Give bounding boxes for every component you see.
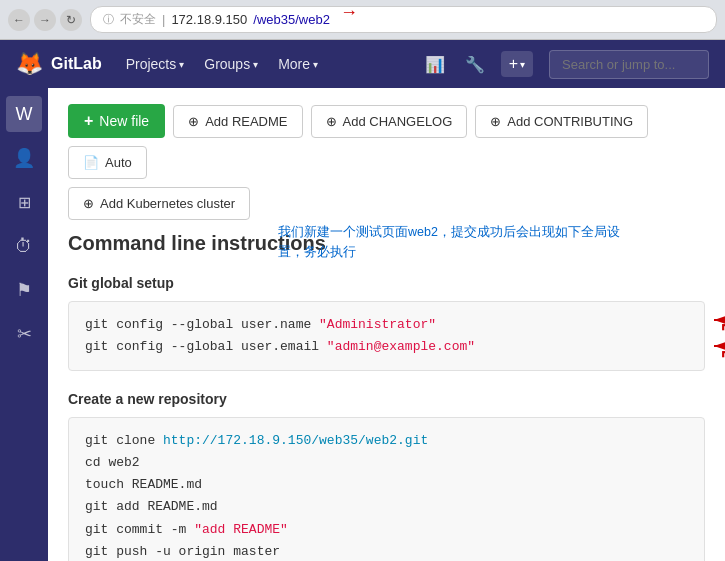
gitlab-header: 🦊 GitLab Projects ▾ Groups ▾ More ▾ 📊 🔧 … (0, 40, 725, 88)
auto-icon: 📄 (83, 155, 99, 170)
create-new-repo-code-block: git clone http://172.18.9.150/web35/web2… (68, 417, 705, 561)
auto-label: Auto (105, 155, 132, 170)
git-global-code-block: git config --global user.name "Administr… (68, 301, 705, 371)
search-input[interactable] (549, 50, 709, 79)
chart-icon[interactable]: 📊 (421, 51, 449, 78)
nav-projects-label: Projects (126, 56, 177, 72)
git-push-line: git push -u origin master (85, 541, 688, 561)
plus-button[interactable]: + ▾ (501, 51, 533, 77)
add-contributing-icon: ⊕ (490, 114, 501, 129)
add-changelog-button[interactable]: ⊕ Add CHANGELOG (311, 105, 468, 138)
auto-button[interactable]: 📄 Auto (68, 146, 147, 179)
git-global-setup-heading: Git global setup (68, 275, 705, 291)
touch-readme-line: touch README.md (85, 474, 688, 496)
nav-groups-label: Groups (204, 56, 250, 72)
header-nav: Projects ▾ Groups ▾ More ▾ (118, 52, 326, 76)
git-add-line: git add README.md (85, 496, 688, 518)
refresh-button[interactable]: ↻ (60, 9, 82, 31)
sidebar-icon-flag[interactable]: ⚑ (6, 272, 42, 308)
url-arrow: → (340, 2, 358, 23)
new-file-plus-icon: + (84, 112, 93, 130)
projects-chevron-icon: ▾ (179, 59, 184, 70)
sidebar-icon-clock[interactable]: ⏱ (6, 228, 42, 264)
gitlab-logo[interactable]: 🦊 GitLab (16, 51, 102, 77)
arrows-svg (709, 306, 725, 366)
cli-section: 我们新建一个测试页面web2，提交成功后会出现如下全局设置，务必执行 Comma… (48, 232, 725, 561)
sidebar-icon-w[interactable]: W (6, 96, 42, 132)
add-kubernetes-label: Add Kubernetes cluster (100, 196, 235, 211)
add-contributing-label: Add CONTRIBUTING (507, 114, 633, 129)
header-icons: 📊 🔧 + ▾ (421, 51, 533, 78)
lock-icon: ⓘ (103, 12, 114, 27)
insecure-label: 不安全 (120, 11, 156, 28)
plus-icon: + (509, 55, 518, 73)
sidebar-icon-squares[interactable]: ⊞ (6, 184, 42, 220)
new-file-button[interactable]: + New file (68, 104, 165, 138)
url-base: 172.18.9.150 (171, 12, 247, 27)
sidebar-icon-person[interactable]: 👤 (6, 140, 42, 176)
git-config-name-line: git config --global user.name "Administr… (85, 314, 688, 336)
left-sidebar: W 👤 ⊞ ⏱ ⚑ ✂ ⚙ (0, 88, 48, 561)
annotation-text: 我们新建一个测试页面web2，提交成功后会出现如下全局设置，务必执行 (278, 222, 638, 262)
groups-chevron-icon: ▾ (253, 59, 258, 70)
add-readme-icon: ⊕ (188, 114, 199, 129)
add-kubernetes-icon: ⊕ (83, 196, 94, 211)
main-layout: W 👤 ⊞ ⏱ ⚑ ✂ ⚙ + New file ⊕ Add README ⊕ … (0, 88, 725, 561)
add-kubernetes-button[interactable]: ⊕ Add Kubernetes cluster (68, 187, 250, 220)
wrench-icon[interactable]: 🔧 (461, 51, 489, 78)
new-file-label: New file (99, 113, 149, 129)
gitlab-fox-icon: 🦊 (16, 51, 43, 77)
browser-chrome: ← → ↻ ⓘ 不安全 | 172.18.9.150 /web35/web2 → (0, 0, 725, 40)
add-changelog-icon: ⊕ (326, 114, 337, 129)
action-buttons-row: + New file ⊕ Add README ⊕ Add CHANGELOG … (48, 88, 725, 187)
main-content: + New file ⊕ Add README ⊕ Add CHANGELOG … (48, 88, 725, 561)
gitlab-wordmark: GitLab (51, 55, 102, 73)
cd-web2-line: cd web2 (85, 452, 688, 474)
add-changelog-label: Add CHANGELOG (343, 114, 453, 129)
nav-more[interactable]: More ▾ (270, 52, 326, 76)
nav-groups[interactable]: Groups ▾ (196, 52, 266, 76)
git-commit-line: git commit -m "add README" (85, 519, 688, 541)
create-new-repo-heading: Create a new repository (68, 391, 705, 407)
nav-more-label: More (278, 56, 310, 72)
add-contributing-button[interactable]: ⊕ Add CONTRIBUTING (475, 105, 648, 138)
plus-chevron-icon: ▾ (520, 59, 525, 70)
back-button[interactable]: ← (8, 9, 30, 31)
git-config-email-line: git config --global user.email "admin@ex… (85, 336, 688, 358)
nav-buttons: ← → ↻ (8, 9, 82, 31)
forward-button[interactable]: → (34, 9, 56, 31)
add-readme-label: Add README (205, 114, 287, 129)
nav-projects[interactable]: Projects ▾ (118, 52, 193, 76)
url-path: /web35/web2 (253, 12, 330, 27)
git-clone-line: git clone http://172.18.9.150/web35/web2… (85, 430, 688, 452)
more-chevron-icon: ▾ (313, 59, 318, 70)
url-separator: | (162, 12, 165, 27)
address-bar[interactable]: ⓘ 不安全 | 172.18.9.150 /web35/web2 (90, 6, 717, 33)
add-readme-button[interactable]: ⊕ Add README (173, 105, 302, 138)
sidebar-icon-scissors[interactable]: ✂ (6, 316, 42, 352)
